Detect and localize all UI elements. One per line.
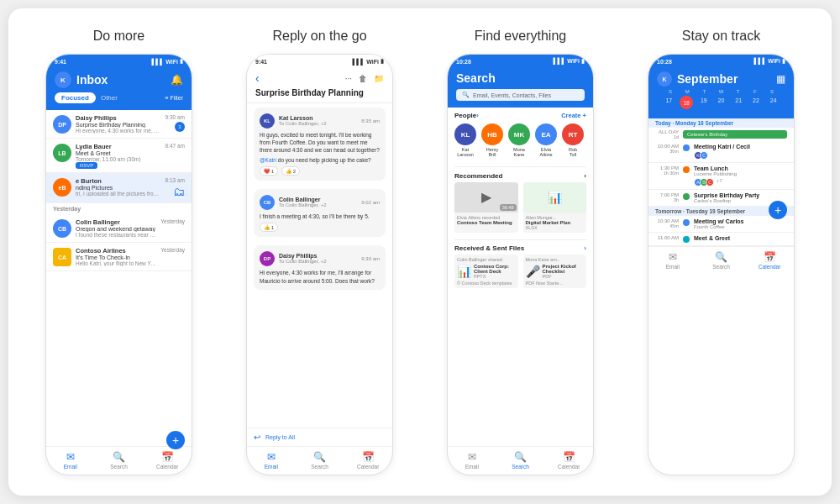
calendar-header: K September ▦ S M T W T F S xyxy=(648,66,794,118)
person-avatar-4: EA xyxy=(535,123,557,145)
status-bar-4: 10:28 ▌▌▌ WiFi ▮ xyxy=(648,55,794,66)
email-nav-icon: ✉ xyxy=(66,451,75,463)
section-title-3: Find everything xyxy=(475,29,566,44)
person-1[interactable]: KL KatLarsson xyxy=(454,123,476,157)
email-item-4[interactable]: CB Colin Ballinger Oregon and weekend ge… xyxy=(46,214,192,243)
event-meeting-carlos[interactable]: 10:30 AM45m Meeting w/ Carlos Fourth Cof… xyxy=(648,216,794,233)
compose-fab[interactable]: + xyxy=(166,431,185,449)
file-item-2[interactable]: Mona Kane em... 🎤 Project Kickof Checkli… xyxy=(523,255,587,288)
delete-icon[interactable]: 🗑 xyxy=(359,74,367,83)
calendar-view-icon[interactable]: ▦ xyxy=(776,73,785,85)
nav-search-1[interactable]: 🔍 Search xyxy=(95,451,144,470)
user-avatar-1: K xyxy=(55,71,71,88)
people-row: KL KatLarsson HB HenryBrill MK MonaKane xyxy=(454,119,586,161)
mini-calendar: S M T W T F S 17 18 19 20 21 22 xyxy=(657,87,785,112)
reaction-thumbs[interactable]: 👍 2 xyxy=(281,166,300,176)
msg-time-1: 8:35 am xyxy=(361,118,380,123)
filter-button[interactable]: ≡ Filter xyxy=(165,95,183,101)
person-avatar-5: RT xyxy=(562,123,584,145)
nav-email-1[interactable]: ✉ Email xyxy=(46,451,95,470)
filter-tabs: Focused Other ≡ Filter xyxy=(55,92,183,103)
reaction-heart[interactable]: ❤️ 1 xyxy=(260,166,278,176)
bell-icon[interactable]: 🔔 xyxy=(171,74,183,86)
file-item-1[interactable]: Colin Ballinger shared 📊 Contoso Corp: C… xyxy=(454,255,518,288)
tab-focused[interactable]: Focused xyxy=(55,92,96,103)
thread-subject: Surprise Birthday Planning xyxy=(255,88,384,97)
nav-search-2[interactable]: 🔍 Search xyxy=(296,451,344,470)
cal-week-row: 17 18 19 20 21 22 24 xyxy=(660,96,782,109)
archive-icon[interactable]: 📁 xyxy=(374,74,384,83)
files-chevron: › xyxy=(584,244,586,252)
rsvp-badge[interactable]: RSVP xyxy=(76,162,97,169)
nav-calendar-1[interactable]: 📅 Calendar xyxy=(143,451,192,470)
person-name-5: RobToll xyxy=(569,147,577,157)
nav-email-2[interactable]: ✉ Email xyxy=(247,451,296,470)
status-icons-2: ▌▌▌ WiFi ▮ xyxy=(352,58,384,65)
more-icon[interactable]: ··· xyxy=(345,74,352,83)
message-thread: KL Kat Larsson To Colin Ballinger, +2 8:… xyxy=(247,103,392,475)
all-day-event[interactable]: ALL DAY1d Celeste's Birthday xyxy=(648,128,794,141)
person-2[interactable]: HB HenryBrill xyxy=(481,123,503,157)
back-button[interactable]: ‹ xyxy=(255,71,260,85)
event-meeting-1[interactable]: 10:00 AM30m Meeting Katri / Cecil K C xyxy=(648,141,794,163)
person-4[interactable]: EA ElviaAtkins xyxy=(535,123,557,157)
status-icons-3: ▌▌▌ WiFi ▮ xyxy=(554,58,585,65)
email-item-1[interactable]: DP Daisy Phillips Surprise Birthday Plan… xyxy=(46,110,192,139)
person-5[interactable]: RT RobToll xyxy=(562,123,584,157)
doc-info-2: Allan Mungar... Digital Market Plan XLSX xyxy=(523,213,587,233)
bottom-nav-2: ✉ Email 🔍 Search 📅 Calendar xyxy=(247,446,392,475)
inbox-header: K Inbox 🔔 Focused Other ≡ Filter xyxy=(46,66,192,110)
msg-avatar-3: DP xyxy=(260,251,275,266)
reaction-row-2: 👍 1 xyxy=(260,223,380,232)
nav-email-4[interactable]: ✉ Email xyxy=(648,251,697,270)
nav-search-4[interactable]: 🔍 Search xyxy=(697,251,746,270)
email-item-5[interactable]: CA Contoso Airlines It's Time To Check-I… xyxy=(46,243,192,271)
thread-nav: ‹ ··· 🗑 📁 xyxy=(255,71,384,85)
person-name-4: ElviaAtkins xyxy=(540,147,553,157)
email-item-3[interactable]: eB e Burton nding Pictures tri, I upload… xyxy=(46,173,192,203)
search-bar[interactable]: 🔍 Email, Events, Contacts, Files xyxy=(456,89,585,101)
status-icons-1: ▌▌▌ WiFi ▮ xyxy=(151,58,183,65)
event-meet-greet[interactable]: 11:00 AM Meet & Greet xyxy=(648,233,794,246)
doc-card-1[interactable]: 36:49 ▶ Elvia Atkins recorded Contoso Te… xyxy=(454,182,518,233)
time-4: 10:28 xyxy=(657,59,672,65)
create-button[interactable]: Create + xyxy=(561,112,586,119)
bottom-nav-4: ✉ Email 🔍 Search 📅 Calendar xyxy=(648,246,794,275)
section-title-1: Do more xyxy=(93,29,144,44)
nav-calendar-4[interactable]: 📅 Calendar xyxy=(745,251,794,270)
cal-fab[interactable]: + xyxy=(769,201,787,219)
msg-text-2: I finish a meeting at 4:30, so I'll be t… xyxy=(260,213,380,220)
email-content-3: e Burton nding Pictures tri, I uploaded … xyxy=(76,177,161,197)
signal-icon-2: ▌▌▌ xyxy=(352,59,365,65)
msg-mention-1: @Katri do you need help picking up the c… xyxy=(260,156,380,164)
cal-month: September xyxy=(677,72,738,86)
cal-header-row: K September ▦ xyxy=(657,71,785,87)
event-dot-5 xyxy=(683,236,690,243)
nav-calendar-3[interactable]: 📅 Calendar xyxy=(544,451,593,470)
wifi-icon-2: WiFi xyxy=(366,59,379,65)
nav-calendar-2[interactable]: 📅 Calendar xyxy=(344,451,392,470)
msg-text-3: Hi everyone, 4:30 works for me, I'll arr… xyxy=(260,269,380,284)
user-avatar-4: K xyxy=(657,71,672,87)
today-date-label: Today · Monday 18 September xyxy=(648,118,794,128)
yesterday-label: Yesterday xyxy=(46,203,192,214)
person-3[interactable]: MK MonaKane xyxy=(508,123,530,157)
doc-preview-1: 36:49 ▶ xyxy=(454,182,518,213)
email-time-3: 8:13 am xyxy=(165,177,186,183)
doc-card-2[interactable]: 📊 Allan Mungar... Digital Market Plan XL… xyxy=(523,182,587,233)
person-name-1: KatLarsson xyxy=(457,147,474,157)
email-avatar-3: eB xyxy=(53,178,71,197)
email-item-2[interactable]: LB Lydia Bauer Meet & Greet Tomorrow, 11… xyxy=(46,139,192,173)
event-dot-1 xyxy=(683,144,690,151)
tab-other[interactable]: Other xyxy=(101,94,118,102)
email-nav-icon-4: ✉ xyxy=(669,251,677,263)
reaction-thumbs-2[interactable]: 👍 1 xyxy=(260,223,278,232)
doc-info-1: Elvia Atkins recorded Contoso Team Meeti… xyxy=(454,213,518,228)
time-2: 9:41 xyxy=(255,59,267,65)
reply-bar[interactable]: ↩ Reply to All xyxy=(247,428,392,446)
email-meta-2: 8:47 am xyxy=(165,143,186,149)
event-team-lunch[interactable]: 1:30 PM1h 30m Team Lunch Lucerne Publish… xyxy=(648,163,794,190)
nav-search-3[interactable]: 🔍 Search xyxy=(496,451,545,470)
event-details-5: Meet & Greet xyxy=(694,235,787,241)
nav-email-3[interactable]: ✉ Email xyxy=(448,451,496,470)
